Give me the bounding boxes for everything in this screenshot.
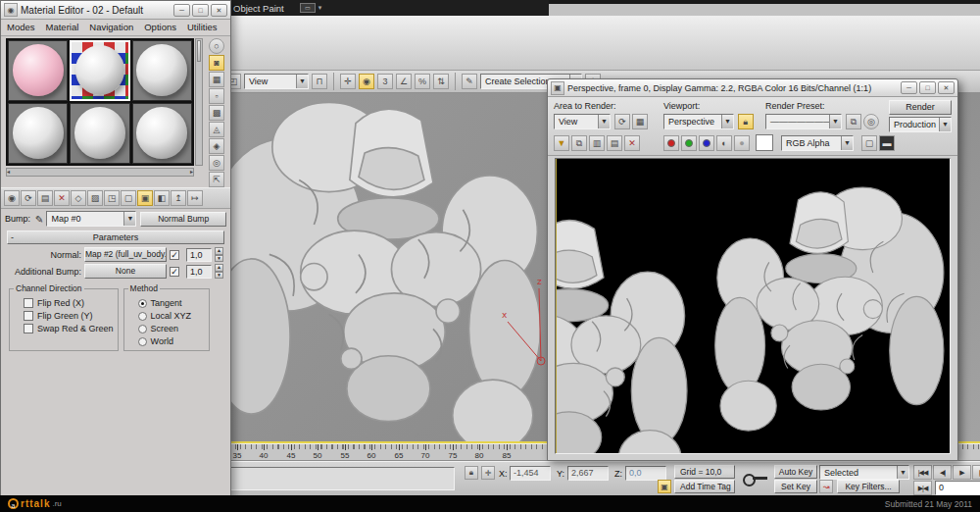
play-icon[interactable]: ▶ — [953, 465, 971, 480]
put-to-library-icon[interactable]: ▨ — [87, 190, 103, 206]
slot-vertical-scrollbar[interactable] — [195, 38, 203, 166]
snaps-toggle-icon[interactable]: 3 — [377, 74, 393, 89]
save-image-icon[interactable]: ▼ — [554, 135, 569, 151]
method-tangent-option[interactable]: Tangent — [138, 298, 205, 308]
print-image-icon[interactable]: ▤ — [607, 135, 622, 151]
blue-channel-icon[interactable] — [699, 135, 714, 151]
sample-slot-4[interactable] — [8, 103, 68, 164]
menu-modes[interactable]: Modes — [7, 22, 35, 32]
monochrome-icon[interactable]: ◐ — [716, 135, 732, 151]
maximize-icon[interactable]: □ — [919, 81, 936, 94]
additional-bump-amount-field[interactable]: 1,0 — [186, 265, 212, 279]
area-to-render-dropdown[interactable]: View ▼ — [554, 114, 611, 129]
render-target-dropdown[interactable]: Production ▼ — [889, 117, 952, 132]
clone-window-icon[interactable]: ▥ — [589, 135, 605, 151]
z-coordinate-field[interactable]: 0,0 — [625, 466, 666, 481]
keyboard-shortcut-toggle-icon[interactable]: ◉ — [359, 74, 374, 89]
auto-key-button[interactable]: Auto Key — [774, 465, 817, 479]
local-xyz-radio[interactable] — [138, 312, 147, 321]
red-channel-icon[interactable] — [663, 135, 679, 151]
copy-image-icon[interactable]: ⧉ — [571, 135, 587, 151]
map-type-button[interactable]: Normal Bump — [140, 212, 226, 227]
environment-icon[interactable]: ◎ — [863, 114, 879, 129]
world-radio[interactable] — [138, 337, 147, 346]
tangent-radio[interactable] — [138, 299, 147, 308]
render-window-titlebar[interactable]: ▣ Perspective, frame 0, Display Gamma: 2… — [548, 79, 957, 97]
video-color-check-icon[interactable]: ▩ — [209, 105, 224, 121]
minimize-icon[interactable]: ─ — [173, 4, 190, 17]
selected-filter-dropdown[interactable]: Selected ▼ — [819, 465, 909, 480]
additional-bump-map-button[interactable]: None — [84, 264, 167, 279]
next-frame-icon[interactable]: |▶ — [972, 465, 980, 480]
show-background-icon[interactable]: ▢ — [121, 190, 136, 206]
select-by-material-icon[interactable]: ◎ — [209, 155, 224, 171]
alpha-channel-icon[interactable]: ● — [734, 135, 750, 151]
screen-radio[interactable] — [138, 325, 147, 333]
eyedropper-icon[interactable]: ✐ — [33, 215, 44, 223]
minimize-icon[interactable]: ─ — [901, 81, 917, 94]
method-local-xyz-option[interactable]: Local XYZ — [138, 311, 205, 321]
angle-snap-icon[interactable]: ∠ — [396, 74, 412, 89]
menu-material[interactable]: Material — [46, 22, 79, 32]
add-time-tag-button[interactable]: Add Time Tag — [674, 480, 735, 493]
swap-red-green-option[interactable]: Swap Red & Green — [24, 324, 114, 333]
make-preview-icon[interactable]: ◬ — [209, 122, 224, 137]
menu-utilities[interactable]: Utilities — [187, 22, 218, 32]
show-shaded-material-icon[interactable]: ▣ — [137, 190, 153, 206]
set-keys-curve-icon[interactable]: ↝ — [819, 480, 833, 493]
additional-bump-enable-checkbox[interactable]: ✓ — [170, 267, 179, 277]
viewport-dropdown[interactable]: Perspective ▼ — [663, 114, 734, 129]
edit-named-selections-icon[interactable]: ✎ — [462, 74, 477, 89]
normal-map-button[interactable]: Map #2 (full_uv_body.tif) — [84, 247, 167, 262]
auto-region-icon[interactable]: ▦ — [632, 114, 648, 129]
percent-snap-icon[interactable]: % — [415, 74, 430, 89]
assign-material-icon[interactable]: ▤ — [37, 190, 53, 206]
go-to-start-icon[interactable]: |◀◀ — [913, 465, 932, 480]
reset-map-icon[interactable]: ✕ — [54, 190, 70, 206]
bump-map-dropdown[interactable]: Map #0 ▼ — [46, 211, 136, 227]
render-setup-icon[interactable]: ⧉ — [846, 114, 861, 129]
flip-red-option[interactable]: Flip Red (X) — [24, 298, 114, 308]
backlight-icon[interactable]: ◙ — [209, 55, 224, 71]
clear-image-icon[interactable]: ✕ — [624, 135, 640, 151]
x-coordinate-field[interactable]: -1,454 — [510, 466, 551, 481]
material-editor-titlebar[interactable]: ◉ Material Editor - 02 - Default ─ □ ✕ — [1, 1, 230, 20]
menu-navigation[interactable]: Navigation — [89, 22, 133, 32]
material-editor-window[interactable]: ◉ Material Editor - 02 - Default ─ □ ✕ M… — [0, 0, 231, 498]
render-button[interactable]: Render — [889, 100, 952, 115]
edit-region-icon[interactable]: ⟳ — [614, 114, 630, 129]
flip-red-checkbox[interactable] — [24, 298, 33, 308]
sample-slot-1[interactable] — [8, 40, 68, 101]
make-unique-icon[interactable]: ◇ — [71, 190, 86, 206]
set-key-button[interactable]: Set Key — [774, 480, 817, 493]
put-material-to-scene-icon[interactable]: ⟳ — [21, 190, 36, 206]
normal-amount-spinner[interactable]: ▲▼ — [215, 247, 223, 262]
parameters-rollout[interactable]: - Parameters — [7, 230, 224, 244]
key-filters-button[interactable]: Key Filters... — [837, 480, 900, 493]
view-dropdown[interactable]: View ▼ — [244, 74, 309, 89]
mirror-icon[interactable]: ⊓ — [312, 74, 327, 89]
select-and-manipulate-icon[interactable]: ✛ — [340, 74, 356, 89]
lock-viewport-icon[interactable]: 🔒︎ — [738, 114, 754, 129]
sample-type-icon[interactable]: ○ — [209, 38, 224, 54]
y-coordinate-field[interactable]: 2,667 — [567, 466, 609, 481]
sample-slot-5[interactable] — [70, 103, 129, 164]
flip-green-option[interactable]: Flip Green (Y) — [24, 311, 114, 321]
render-preset-dropdown[interactable]: ————————— ▼ — [765, 114, 842, 129]
previous-frame-icon[interactable]: ◀| — [933, 465, 952, 480]
absolute-offset-toggle-icon[interactable]: ✛ — [481, 466, 495, 480]
maximize-icon[interactable]: □ — [192, 4, 209, 17]
material-map-navigator-icon[interactable]: ⇱ — [209, 172, 224, 187]
options-icon[interactable]: ◈ — [209, 138, 224, 154]
show-end-result-icon[interactable]: ◧ — [154, 190, 170, 206]
rendered-frame-window[interactable]: ▣ Perspective, frame 0, Display Gamma: 2… — [547, 78, 958, 461]
flip-green-checkbox[interactable] — [24, 311, 33, 321]
ribbon-dropdown-icon[interactable]: ▾ — [318, 4, 322, 12]
normal-enable-checkbox[interactable]: ✓ — [170, 250, 179, 260]
go-forward-sibling-icon[interactable]: ↦ — [187, 190, 203, 206]
current-frame-field[interactable]: 0 — [935, 481, 980, 495]
toggle-ui-icon[interactable]: ▬ — [879, 135, 895, 151]
menu-options[interactable]: Options — [144, 22, 176, 32]
color-correction-icon[interactable]: ▢ — [861, 135, 877, 151]
sample-slot-6[interactable] — [132, 103, 192, 164]
